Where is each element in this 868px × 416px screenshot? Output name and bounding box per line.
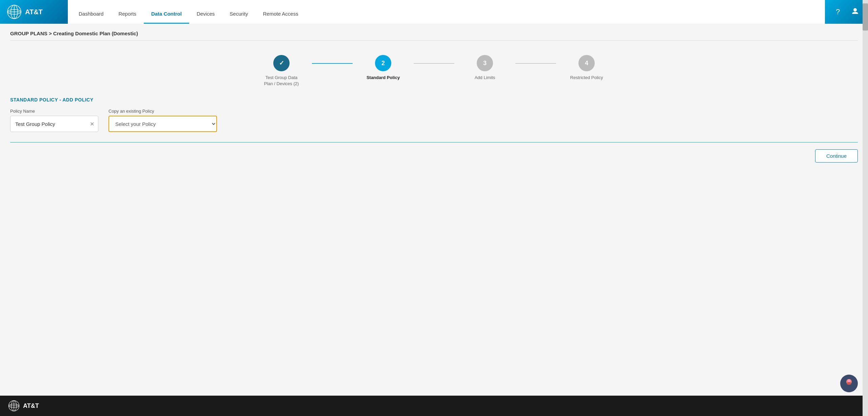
step-1: ✓ Test Group Data Plan / Devices (2) [251,55,312,87]
copy-policy-label: Copy an existing Policy [108,109,217,114]
header: AT&T Dashboard Reports Data Control Devi… [0,0,868,24]
user-button[interactable] [849,6,861,18]
step-1-label: Test Group Data Plan / Devices (2) [261,75,302,87]
nav-dashboard[interactable]: Dashboard [71,5,111,24]
step-2: 2 Standard Policy [353,55,414,81]
policy-name-label: Policy Name [10,109,98,114]
step-4-circle: 4 [578,55,595,71]
nav-reports[interactable]: Reports [111,5,144,24]
svg-point-8 [847,382,851,385]
clear-input-icon[interactable]: ✕ [90,121,94,127]
continue-button[interactable]: Continue [815,149,858,163]
svg-point-7 [848,379,850,382]
step-3-circle: 3 [477,55,493,71]
main-wrapper: GROUP PLANS > Creating Domestic Plan (Do… [0,24,868,396]
scrollbar-track[interactable] [863,0,868,416]
policy-name-input-wrapper: ✕ [10,116,98,132]
help-icon: ? [836,7,840,16]
policy-select[interactable]: Select your Policy Policy 1 Policy 2 Pol… [108,116,217,132]
scrollbar-thumb[interactable] [863,3,868,31]
form-divider [10,142,858,143]
copy-policy-group: Copy an existing Policy Select your Poli… [108,109,217,132]
step-1-checkmark-icon: ✓ [279,59,284,67]
svg-point-5 [853,8,857,12]
user-icon [851,7,859,17]
stepper: ✓ Test Group Data Plan / Devices (2) 2 S… [10,45,858,94]
main-nav: Dashboard Reports Data Control Devices S… [68,0,825,24]
step-2-label: Standard Policy [367,75,400,81]
main-content: GROUP PLANS > Creating Domestic Plan (Do… [0,24,868,396]
att-logo-text: AT&T [25,8,43,16]
step-3: 3 Add Limits [454,55,515,81]
help-button[interactable]: ? [832,6,844,18]
step-4: 4 Restricted Policy [556,55,617,81]
step-connector-2 [414,63,454,64]
policy-name-input[interactable] [10,116,98,132]
form-row: Policy Name ✕ Copy an existing Policy Se… [10,109,858,132]
footer-logo: AT&T [8,400,39,412]
logo-area: AT&T [0,0,68,24]
att-globe-icon [7,4,22,19]
chat-bubble-button[interactable] [840,375,858,392]
nav-security[interactable]: Security [222,5,255,24]
footer-logo-text: AT&T [23,402,39,410]
nav-remote-access[interactable]: Remote Access [255,5,305,24]
breadcrumb: GROUP PLANS > Creating Domestic Plan (Do… [10,31,858,41]
step-3-label: Add Limits [475,75,495,81]
chat-icon [844,377,854,390]
step-2-circle: 2 [375,55,391,71]
step-connector-3 [515,63,556,64]
nav-devices[interactable]: Devices [189,5,222,24]
header-icons: ? [825,0,868,24]
step-4-label: Restricted Policy [570,75,603,81]
section-title: STANDARD POLICY - ADD POLICY [10,97,858,102]
continue-row: Continue [10,149,858,163]
step-1-circle: ✓ [273,55,290,71]
footer-globe-icon [8,400,20,412]
nav-data-control[interactable]: Data Control [144,5,189,24]
att-logo: AT&T [7,4,43,19]
step-connector-1 [312,63,353,64]
policy-name-group: Policy Name ✕ [10,109,98,132]
footer: AT&T [0,396,868,416]
